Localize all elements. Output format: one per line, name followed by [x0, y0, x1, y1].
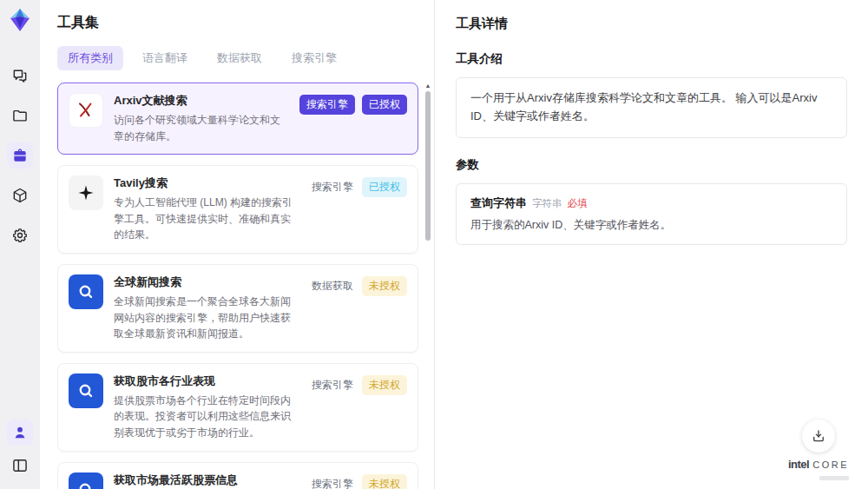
category-badge: 数据获取 [310, 276, 355, 296]
tool-name: Arxiv文献搜索 [114, 93, 289, 109]
search-icon [69, 274, 103, 309]
auth-status-badge: 未授权 [362, 276, 407, 296]
intro-section-title: 工具介绍 [456, 51, 847, 67]
sidebar-item-files[interactable] [7, 102, 33, 129]
scrollbar-thumb[interactable] [425, 91, 431, 241]
tool-name: 全球新闻搜索 [114, 274, 299, 290]
search-icon [69, 472, 103, 489]
param-box: 查询字符串 字符串 必填 用于搜索的Arxiv ID、关键字或作者姓名。 [456, 183, 847, 245]
tool-card[interactable]: 全球新闻搜索全球新闻搜索是一个聚合全球各大新闻网站内容的搜索引擎，帮助用户快速获… [57, 264, 418, 353]
sidebar-bottom [7, 420, 33, 479]
param-required-badge: 必填 [568, 197, 588, 210]
tool-name: 获取市场最活跃股票信息 [114, 472, 299, 488]
sidebar-item-chat[interactable] [7, 63, 33, 89]
tool-badges: 数据获取未授权 [310, 274, 407, 342]
param-type: 字符串 [532, 197, 562, 210]
sidebar-item-models[interactable] [7, 182, 33, 208]
search-icon [69, 373, 103, 408]
intel-core-logo: intel CORE [788, 458, 849, 471]
core-wordmark: CORE [812, 459, 849, 470]
category-badge: 搜索引擎 [299, 95, 355, 115]
category-badge: 搜索引擎 [310, 177, 355, 197]
sparkle-icon [69, 175, 103, 210]
tool-description: 访问各个研究领域大量科学论文和文章的存储库。 [114, 112, 289, 144]
user-icon [11, 424, 29, 441]
tool-badges: 搜索引擎未授权 [310, 472, 407, 489]
tool-badges: 搜索引擎已授权 [310, 175, 407, 243]
sidebar-item-user[interactable] [7, 420, 33, 446]
tool-badges: 搜索引擎已授权 [299, 93, 407, 144]
tool-list: Arxiv文献搜索访问各个研究领域大量科学论文和文章的存储库。搜索引擎已授权Ta… [57, 83, 418, 489]
tool-name: Tavily搜索 [114, 175, 299, 191]
auth-status-badge: 已授权 [362, 177, 407, 197]
tool-card[interactable]: 获取股市各行业表现提供股票市场各个行业在特定时间段内的表现。投资者可以利用这些信… [57, 363, 418, 452]
param-name: 查询字符串 [470, 195, 527, 211]
tab-category-2[interactable]: 数据获取 [207, 46, 273, 70]
auth-status-badge: 未授权 [362, 375, 407, 395]
scroll-up-icon[interactable]: ▲ [424, 83, 432, 89]
intel-sub-badge [819, 476, 849, 480]
params-section-title: 参数 [456, 157, 847, 173]
folder-icon [11, 107, 29, 124]
briefcase-icon [11, 147, 29, 164]
page-title: 工具集 [57, 14, 434, 32]
tool-description: 全球新闻搜索是一个聚合全球各大新闻网站内容的搜索引擎，帮助用户快速获取全球最新资… [114, 294, 299, 342]
sidebar-item-panel-toggle[interactable] [7, 453, 33, 479]
category-badge: 搜索引擎 [310, 375, 355, 395]
download-icon [811, 428, 826, 444]
tool-badges: 搜索引擎未授权 [310, 373, 407, 441]
category-badge: 搜索引擎 [310, 474, 355, 489]
arxiv-icon [69, 93, 103, 128]
auth-status-badge: 未授权 [362, 474, 407, 489]
param-description: 用于搜索的Arxiv ID、关键字或作者姓名。 [470, 218, 832, 233]
param-head: 查询字符串 字符串 必填 [470, 195, 832, 211]
tool-card[interactable]: Arxiv文献搜索访问各个研究领域大量科学论文和文章的存储库。搜索引擎已授权 [57, 83, 418, 155]
tool-name: 获取股市各行业表现 [114, 373, 299, 389]
tool-description: 专为人工智能代理 (LLM) 构建的搜索引擎工具。可快速提供实时、准确和真实的结… [114, 195, 299, 243]
tab-category-1[interactable]: 语言翻译 [132, 46, 198, 70]
category-tabs: 所有类别语言翻译数据获取搜索引擎 [57, 46, 434, 70]
tool-card[interactable]: Tavily搜索专为人工智能代理 (LLM) 构建的搜索引擎工具。可快速提供实时… [57, 165, 418, 254]
corner-widgets: intel CORE [788, 420, 849, 480]
sidebar-rail [0, 0, 40, 489]
sidebar-item-tools[interactable] [7, 142, 33, 169]
tool-intro-box: 一个用于从Arxiv存储库搜索科学论文和文章的工具。 输入可以是Arxiv ID… [456, 77, 847, 138]
tool-description: 提供股票市场各个行业在特定时间段内的表现。投资者可以利用这些信息来识别表现优于或… [114, 393, 299, 441]
tools-panel: 工具集 所有类别语言翻译数据获取搜索引擎 Arxiv文献搜索访问各个研究领域大量… [40, 0, 434, 489]
sidebar-nav [7, 63, 33, 248]
auth-status-badge: 已授权 [362, 95, 407, 115]
panel-icon [11, 457, 29, 474]
tool-list-wrap: Arxiv文献搜索访问各个研究领域大量科学论文和文章的存储库。搜索引擎已授权Ta… [57, 83, 434, 489]
scrollbar[interactable]: ▲ ▼ [424, 83, 432, 489]
tab-category-0[interactable]: 所有类别 [57, 46, 123, 70]
tool-card[interactable]: 获取市场最活跃股票信息提供当天交易量最高的股票列表，投资者可以利用这些信息来识别… [57, 462, 418, 489]
app-logo[interactable] [7, 7, 33, 33]
sidebar-item-settings[interactable] [7, 222, 33, 248]
detail-title: 工具详情 [456, 16, 847, 32]
download-button[interactable] [802, 420, 835, 453]
tab-category-3[interactable]: 搜索引擎 [281, 46, 347, 70]
chat-icon [11, 67, 29, 84]
gear-icon [11, 227, 29, 244]
cube-icon [11, 187, 29, 204]
intel-wordmark: intel [788, 458, 809, 471]
app-window: 工具集 所有类别语言翻译数据获取搜索引擎 Arxiv文献搜索访问各个研究领域大量… [0, 0, 868, 489]
tool-detail-panel: 工具详情 工具介绍 一个用于从Arxiv存储库搜索科学论文和文章的工具。 输入可… [434, 0, 868, 489]
